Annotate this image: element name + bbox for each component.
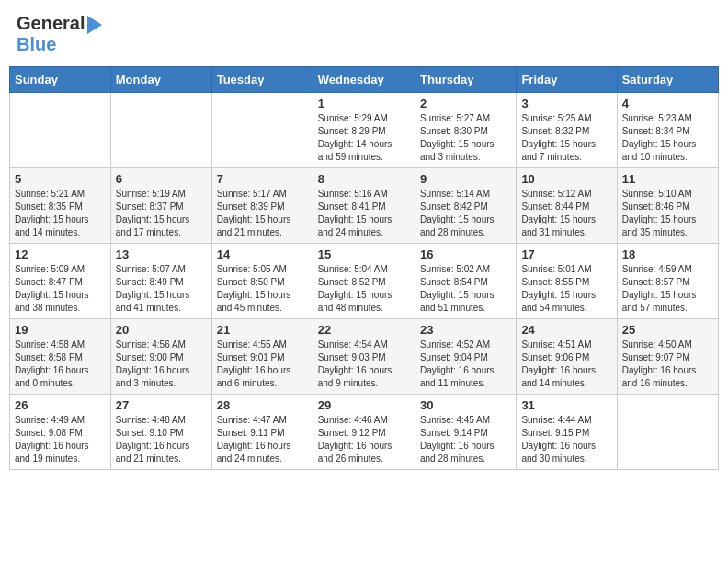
calendar-cell: 3Sunrise: 5:25 AM Sunset: 8:32 PM Daylig… [517, 93, 617, 168]
day-number: 24 [521, 323, 611, 337]
day-of-week-header: Saturday [617, 67, 718, 93]
day-info: Sunrise: 5:16 AM Sunset: 8:41 PM Dayligh… [318, 188, 410, 239]
day-number: 23 [420, 323, 511, 337]
day-number: 12 [15, 247, 106, 261]
day-info: Sunrise: 4:52 AM Sunset: 9:04 PM Dayligh… [420, 339, 511, 390]
day-number: 3 [521, 97, 611, 110]
calendar-cell [110, 93, 211, 168]
day-number: 25 [622, 323, 713, 337]
day-info: Sunrise: 5:27 AM Sunset: 8:30 PM Dayligh… [420, 112, 511, 164]
day-info: Sunrise: 4:58 AM Sunset: 8:58 PM Dayligh… [15, 339, 106, 390]
calendar-cell: 27Sunrise: 4:48 AM Sunset: 9:10 PM Dayli… [110, 395, 211, 470]
day-info: Sunrise: 5:21 AM Sunset: 8:35 PM Dayligh… [15, 188, 106, 239]
day-number: 16 [420, 247, 511, 261]
calendar-cell: 18Sunrise: 4:59 AM Sunset: 8:57 PM Dayli… [617, 244, 718, 319]
day-info: Sunrise: 5:29 AM Sunset: 8:29 PM Dayligh… [318, 112, 410, 164]
day-info: Sunrise: 5:17 AM Sunset: 8:39 PM Dayligh… [217, 188, 308, 239]
calendar-week-row: 5Sunrise: 5:21 AM Sunset: 8:35 PM Daylig… [10, 168, 719, 244]
calendar-cell: 13Sunrise: 5:07 AM Sunset: 8:49 PM Dayli… [110, 244, 211, 319]
day-info: Sunrise: 4:54 AM Sunset: 9:03 PM Dayligh… [318, 339, 410, 390]
day-info: Sunrise: 4:48 AM Sunset: 9:10 PM Dayligh… [116, 414, 207, 465]
day-info: Sunrise: 4:46 AM Sunset: 9:12 PM Dayligh… [318, 414, 410, 465]
calendar-cell: 31Sunrise: 4:44 AM Sunset: 9:15 PM Dayli… [517, 395, 617, 470]
day-of-week-header: Monday [110, 67, 211, 93]
day-number: 26 [15, 398, 106, 412]
calendar-cell: 1Sunrise: 5:29 AM Sunset: 8:29 PM Daylig… [313, 93, 415, 168]
day-info: Sunrise: 5:12 AM Sunset: 8:44 PM Dayligh… [521, 188, 611, 239]
day-number: 7 [217, 172, 308, 186]
day-info: Sunrise: 5:01 AM Sunset: 8:55 PM Dayligh… [521, 263, 611, 315]
calendar-cell: 5Sunrise: 5:21 AM Sunset: 8:35 PM Daylig… [10, 168, 111, 244]
day-info: Sunrise: 5:14 AM Sunset: 8:42 PM Dayligh… [420, 188, 511, 239]
calendar-cell [10, 93, 111, 168]
calendar-cell: 2Sunrise: 5:27 AM Sunset: 8:30 PM Daylig… [415, 93, 516, 168]
day-number: 4 [622, 97, 713, 110]
day-info: Sunrise: 5:25 AM Sunset: 8:32 PM Dayligh… [521, 112, 611, 164]
calendar-cell: 8Sunrise: 5:16 AM Sunset: 8:41 PM Daylig… [313, 168, 415, 244]
day-info: Sunrise: 5:10 AM Sunset: 8:46 PM Dayligh… [622, 188, 713, 239]
day-number: 27 [116, 398, 207, 412]
day-info: Sunrise: 5:23 AM Sunset: 8:34 PM Dayligh… [622, 112, 713, 164]
day-info: Sunrise: 5:19 AM Sunset: 8:37 PM Dayligh… [116, 188, 207, 239]
day-info: Sunrise: 4:50 AM Sunset: 9:07 PM Dayligh… [622, 339, 713, 390]
day-of-week-header: Tuesday [211, 67, 313, 93]
day-number: 22 [318, 323, 410, 337]
day-number: 11 [622, 172, 713, 186]
logo-general-text: General [17, 13, 85, 34]
calendar-cell: 14Sunrise: 5:05 AM Sunset: 8:50 PM Dayli… [211, 244, 313, 319]
calendar-cell: 30Sunrise: 4:45 AM Sunset: 9:14 PM Dayli… [415, 395, 516, 470]
day-info: Sunrise: 4:49 AM Sunset: 9:08 PM Dayligh… [15, 414, 106, 465]
day-number: 19 [15, 323, 106, 337]
day-number: 2 [420, 97, 511, 110]
day-info: Sunrise: 4:51 AM Sunset: 9:06 PM Dayligh… [521, 339, 611, 390]
calendar-cell: 7Sunrise: 5:17 AM Sunset: 8:39 PM Daylig… [211, 168, 313, 244]
calendar-cell: 29Sunrise: 4:46 AM Sunset: 9:12 PM Dayli… [313, 395, 415, 470]
logo-blue-text: Blue [17, 34, 56, 54]
day-info: Sunrise: 4:59 AM Sunset: 8:57 PM Dayligh… [622, 263, 713, 315]
day-number: 5 [15, 172, 106, 186]
calendar-cell [617, 395, 718, 470]
calendar-cell: 21Sunrise: 4:55 AM Sunset: 9:01 PM Dayli… [211, 319, 313, 395]
day-number: 14 [217, 247, 308, 261]
day-number: 17 [521, 247, 611, 261]
day-number: 28 [217, 398, 308, 412]
calendar-cell: 6Sunrise: 5:19 AM Sunset: 8:37 PM Daylig… [110, 168, 211, 244]
calendar-cell: 12Sunrise: 5:09 AM Sunset: 8:47 PM Dayli… [10, 244, 111, 319]
day-number: 31 [521, 398, 611, 412]
day-info: Sunrise: 4:56 AM Sunset: 9:00 PM Dayligh… [116, 339, 207, 390]
day-info: Sunrise: 5:07 AM Sunset: 8:49 PM Dayligh… [116, 263, 207, 315]
calendar-week-row: 1Sunrise: 5:29 AM Sunset: 8:29 PM Daylig… [10, 93, 719, 168]
calendar-cell: 26Sunrise: 4:49 AM Sunset: 9:08 PM Dayli… [10, 395, 111, 470]
logo: General Blue [17, 13, 102, 55]
calendar-cell: 24Sunrise: 4:51 AM Sunset: 9:06 PM Dayli… [517, 319, 617, 395]
day-number: 9 [420, 172, 511, 186]
day-of-week-header: Wednesday [313, 67, 415, 93]
day-of-week-header: Thursday [415, 67, 516, 93]
calendar-cell: 15Sunrise: 5:04 AM Sunset: 8:52 PM Dayli… [313, 244, 415, 319]
calendar-cell [211, 93, 313, 168]
day-number: 30 [420, 398, 511, 412]
day-number: 10 [521, 172, 611, 186]
day-number: 18 [622, 247, 713, 261]
day-info: Sunrise: 5:02 AM Sunset: 8:54 PM Dayligh… [420, 263, 511, 315]
day-info: Sunrise: 5:05 AM Sunset: 8:50 PM Dayligh… [217, 263, 308, 315]
logo-arrow-icon [87, 16, 102, 34]
calendar-week-row: 19Sunrise: 4:58 AM Sunset: 8:58 PM Dayli… [10, 319, 719, 395]
calendar-week-row: 12Sunrise: 5:09 AM Sunset: 8:47 PM Dayli… [10, 244, 719, 319]
day-number: 15 [318, 247, 410, 261]
calendar-cell: 16Sunrise: 5:02 AM Sunset: 8:54 PM Dayli… [415, 244, 516, 319]
calendar-week-row: 26Sunrise: 4:49 AM Sunset: 9:08 PM Dayli… [10, 395, 719, 470]
day-number: 8 [318, 172, 410, 186]
day-number: 21 [217, 323, 308, 337]
calendar-cell: 9Sunrise: 5:14 AM Sunset: 8:42 PM Daylig… [415, 168, 516, 244]
calendar-cell: 23Sunrise: 4:52 AM Sunset: 9:04 PM Dayli… [415, 319, 516, 395]
calendar-cell: 20Sunrise: 4:56 AM Sunset: 9:00 PM Dayli… [110, 319, 211, 395]
calendar-cell: 28Sunrise: 4:47 AM Sunset: 9:11 PM Dayli… [211, 395, 313, 470]
day-info: Sunrise: 5:04 AM Sunset: 8:52 PM Dayligh… [318, 263, 410, 315]
day-number: 20 [116, 323, 207, 337]
calendar-cell: 11Sunrise: 5:10 AM Sunset: 8:46 PM Dayli… [617, 168, 718, 244]
day-info: Sunrise: 4:47 AM Sunset: 9:11 PM Dayligh… [217, 414, 308, 465]
day-info: Sunrise: 5:09 AM Sunset: 8:47 PM Dayligh… [15, 263, 106, 315]
day-of-week-header: Sunday [10, 67, 111, 93]
calendar-cell: 25Sunrise: 4:50 AM Sunset: 9:07 PM Dayli… [617, 319, 718, 395]
